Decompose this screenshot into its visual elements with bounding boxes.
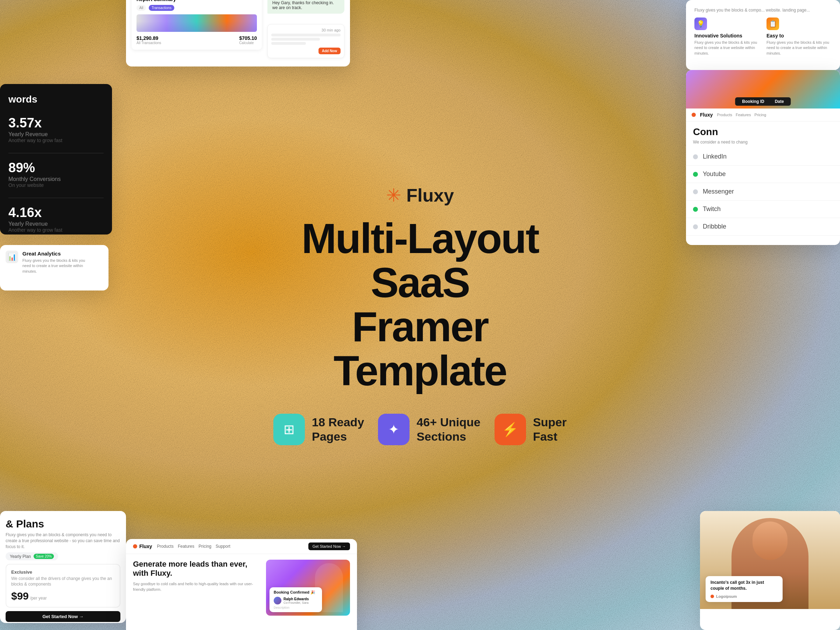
sections-label: 46+ Unique Sections [417, 415, 480, 444]
preview-hero-title: Generate more leads than ever, with Flux… [133, 560, 259, 578]
features-screenshot: Fluxy gives you the blocks & compo... we… [686, 0, 840, 70]
badge-sections: ✦ 46+ Unique Sections [378, 414, 480, 445]
pricing-title: & Plans [6, 518, 120, 530]
feature-innovative: 💡 Innovative Solutions Fluxy gives you t… [695, 17, 759, 56]
twitch-item: Twitch [703, 205, 721, 213]
fast-icon: ⚡ [494, 414, 526, 445]
amount2: $705.10 [239, 35, 257, 41]
badges-row: ⊞ 18 Ready Pages ✦ 46+ Unique Sections ⚡… [262, 414, 578, 445]
fast-label: Super Fast [533, 415, 567, 444]
analytics-screenshot: words 3.57x Yearly Revenue Another way t… [0, 84, 112, 235]
fluxy-logo: ✳ Fluxy [262, 185, 578, 206]
pricing-screenshot: & Plans Fluxy gives you the an blocks & … [0, 511, 126, 623]
connections-screenshot: Booking ID Date Fluxy ProductsFeaturesPr… [686, 70, 840, 245]
hero-section: ✳ Fluxy Multi-Layout SaaS Framer Templat… [262, 185, 578, 445]
preview-site-screenshot: Fluxy ProductsFeaturesPricingSupport Get… [126, 539, 357, 630]
metric-1: 3.57x Yearly Revenue Another way to grow… [8, 115, 104, 143]
connections-desc: We consider a need to chang [693, 139, 833, 145]
notification-card: Incanto's call got 3x in just couple of … [706, 576, 783, 602]
report-title: Report Summary [136, 0, 257, 2]
asterisk-icon: ✳ [386, 185, 401, 206]
connections-title: Conn [693, 126, 833, 137]
analytics-small-card: 📊 Great Analytics Fluxy gives you the bl… [0, 245, 109, 291]
features-intro: Fluxy gives you the blocks & compo... we… [695, 7, 832, 13]
chat-message: Hey Gary, thanks for checking in. we are… [267, 0, 344, 14]
metric-3: 4.16x Yearly Revenue Another way to grow… [8, 205, 104, 233]
amount1: $1,290.89 [136, 35, 161, 41]
badge-pages: ⊞ 18 Ready Pages [273, 414, 364, 445]
person-screenshot: Incanto's call got 3x in just couple of … [700, 511, 840, 630]
metric-2: 89% Monthly Conversions On your website [8, 160, 104, 188]
preview-hero-desc: Say goodbye to cold calls and hello to h… [133, 581, 259, 592]
feature-easy: 📋 Easy to Fluxy gives you the blocks & k… [766, 17, 832, 56]
analytics-desc: Fluxy gives you the blocks & kits younee… [22, 258, 85, 274]
pages-label: 18 Ready Pages [312, 415, 364, 444]
sections-icon: ✦ [378, 414, 409, 445]
main-title: Multi-Layout SaaS Framer Template [262, 216, 578, 393]
preview-cta[interactable]: Get Started Now → [308, 543, 350, 550]
pages-icon: ⊞ [273, 414, 305, 445]
youtube-item: Youtube [703, 171, 726, 178]
analytics-label: Great Analytics [22, 251, 85, 257]
dashboard-screenshot: Report Summary All Transactions $1,290.8… [126, 0, 350, 66]
brand-name: Fluxy [406, 185, 454, 206]
analytics-title: words [8, 94, 104, 105]
badge-fast: ⚡ Super Fast [494, 414, 567, 445]
connections-list: LinkedIn Youtube Messenger Twitch Dribbb… [686, 148, 840, 235]
